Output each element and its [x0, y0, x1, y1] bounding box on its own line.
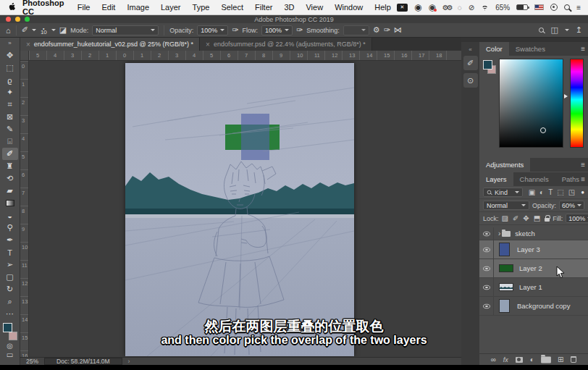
- eraser-tool[interactable]: ▰: [2, 185, 18, 197]
- brush-size-indicator[interactable]: • 10: [41, 27, 47, 34]
- history-brush-tool[interactable]: ⟲: [2, 172, 18, 185]
- healing-brush-tool[interactable]: ⌻: [2, 135, 18, 148]
- visibility-toggle[interactable]: [479, 227, 494, 240]
- layer-opacity-select[interactable]: 60%: [559, 201, 584, 210]
- vertical-ruler[interactable]: 012345678910111213141516: [20, 61, 29, 357]
- layer-filter-select[interactable]: Kind: [483, 188, 523, 197]
- marquee-tool[interactable]: ⬚: [2, 62, 18, 74]
- battery-icon[interactable]: [516, 4, 528, 10]
- layer-blend-mode-select[interactable]: Normal: [483, 201, 529, 210]
- type-tool[interactable]: T: [2, 246, 18, 258]
- visibility-toggle[interactable]: [479, 240, 494, 258]
- brush-preset-icon[interactable]: ✐: [22, 25, 28, 35]
- panel-menu-icon[interactable]: ≡: [581, 45, 584, 53]
- brush-tool[interactable]: ✐: [2, 148, 18, 160]
- lock-artboard-icon[interactable]: ⬒: [534, 214, 540, 222]
- delete-layer-icon[interactable]: [571, 356, 576, 363]
- workspace-caret[interactable]: [565, 29, 569, 31]
- color-field-selector[interactable]: [540, 127, 546, 133]
- clone-source-panel-button[interactable]: ⊙: [463, 73, 478, 88]
- filter-adjustment-icon[interactable]: ◐: [539, 188, 544, 196]
- pressure-size-icon[interactable]: ✑: [384, 25, 390, 35]
- brush-size-caret[interactable]: [51, 29, 56, 31]
- menu-help[interactable]: Help: [369, 3, 397, 12]
- blur-tool[interactable]: ◒: [2, 209, 18, 222]
- lock-position-icon[interactable]: ✥: [523, 214, 529, 222]
- new-group-icon[interactable]: [541, 356, 551, 363]
- search-icon[interactable]: [539, 28, 544, 33]
- color-field[interactable]: [499, 59, 563, 148]
- brush-preset-caret[interactable]: [32, 29, 36, 31]
- clone-stamp-tool[interactable]: ♜: [2, 160, 18, 172]
- smoothing-options-gear-icon[interactable]: ⚙: [373, 25, 380, 35]
- menu-edit[interactable]: Edit: [96, 3, 121, 12]
- opacity-select[interactable]: 100%: [197, 25, 228, 35]
- apple-menu-icon[interactable]: [9, 3, 15, 12]
- do-not-disturb-icon[interactable]: ⊘: [469, 4, 474, 12]
- layer-row[interactable]: Layer 2: [479, 259, 588, 278]
- lasso-tool[interactable]: ϱ: [2, 74, 18, 86]
- zoom-tool[interactable]: ⌕: [2, 295, 18, 308]
- filter-pixel-icon[interactable]: ▣: [529, 188, 535, 196]
- smoothing-select[interactable]: [343, 25, 369, 35]
- symmetry-butterfly-icon[interactable]: ⋈: [394, 25, 402, 35]
- crop-tool[interactable]: ⌗: [2, 98, 18, 111]
- menu-3d[interactable]: 3D: [278, 3, 300, 12]
- menu-layer[interactable]: Layer: [155, 3, 187, 12]
- filter-type-icon[interactable]: T: [548, 188, 553, 196]
- move-tool[interactable]: ✥: [2, 49, 18, 62]
- us-flag-icon[interactable]: [534, 4, 544, 10]
- workspace-switcher-icon[interactable]: ◫: [550, 25, 558, 35]
- brush-settings-toggle-icon[interactable]: ◪: [59, 25, 67, 35]
- visibility-toggle[interactable]: [479, 297, 494, 315]
- dodge-tool[interactable]: ⚲: [2, 222, 18, 234]
- menu-image[interactable]: Image: [121, 3, 155, 12]
- rotate-view-tool[interactable]: ↻: [2, 283, 18, 295]
- battery-percent[interactable]: 65%: [495, 4, 510, 12]
- filter-shape-icon[interactable]: ⬚: [557, 188, 563, 196]
- menu-type[interactable]: Type: [187, 3, 216, 12]
- menu-view[interactable]: View: [300, 3, 329, 12]
- chevron-right-icon[interactable]: ›: [498, 230, 500, 237]
- layer-row[interactable]: Layer 1: [479, 278, 588, 297]
- window-title-bar[interactable]: Adobe Photoshop CC 2019: [0, 15, 588, 23]
- menu-app-name[interactable]: Photoshop CC: [22, 0, 69, 16]
- pressure-opacity-icon[interactable]: ✑: [232, 25, 238, 35]
- document-tab[interactable]: ×endofsummer.psd @ 22.4% (adjustments, R…: [200, 38, 372, 51]
- visibility-toggle[interactable]: [479, 278, 494, 296]
- panel-menu-icon[interactable]: ≡: [581, 161, 584, 169]
- hue-slider-arrow[interactable]: [564, 94, 568, 98]
- blend-mode-select[interactable]: Normal: [92, 25, 159, 35]
- adjustment-layer-icon[interactable]: ◐: [530, 356, 534, 363]
- visibility-toggle[interactable]: [479, 259, 494, 277]
- filter-toggle-icon[interactable]: ●: [581, 189, 584, 195]
- menu-window[interactable]: Window: [329, 3, 369, 12]
- layer-row[interactable]: Layer 3: [479, 240, 588, 259]
- document-size-indicator[interactable]: Doc: 58.2M/114.0M: [44, 358, 122, 365]
- panel-menu-icon[interactable]: ≡: [581, 175, 584, 183]
- share-icon[interactable]: ↥: [576, 25, 582, 35]
- airbrush-icon[interactable]: ✑: [296, 25, 303, 35]
- menu-file[interactable]: File: [72, 3, 96, 12]
- ruler-corner[interactable]: [20, 51, 29, 61]
- status-chevron-icon[interactable]: ›: [128, 358, 130, 365]
- close-tab-icon[interactable]: ×: [26, 41, 30, 49]
- hue-strip[interactable]: [570, 59, 584, 148]
- spotlight-icon[interactable]: [564, 4, 570, 10]
- new-layer-icon[interactable]: ⊞: [558, 356, 563, 363]
- lock-all-icon[interactable]: [545, 218, 550, 222]
- link-layers-icon[interactable]: ∞: [491, 356, 496, 363]
- siri-icon[interactable]: [550, 4, 558, 11]
- pasteboard[interactable]: [29, 61, 461, 357]
- camera-app-icon[interactable]: ◉: [428, 2, 435, 12]
- control-center-icon[interactable]: ≡: [576, 4, 581, 12]
- dock-expand-chevron[interactable]: «: [469, 46, 471, 53]
- brush-settings-panel-button[interactable]: ✐: [463, 56, 478, 70]
- menu-filter[interactable]: Filter: [249, 3, 278, 12]
- accessibility-icon[interactable]: ◌: [458, 4, 462, 12]
- eyedropper-tool[interactable]: ✎: [2, 123, 18, 135]
- gears-icon[interactable]: ⚙⚙: [442, 4, 451, 12]
- layer-mask-icon[interactable]: [516, 357, 523, 363]
- tab-swatches[interactable]: Swatches: [509, 42, 552, 56]
- color-foreground-swatch[interactable]: [483, 60, 492, 70]
